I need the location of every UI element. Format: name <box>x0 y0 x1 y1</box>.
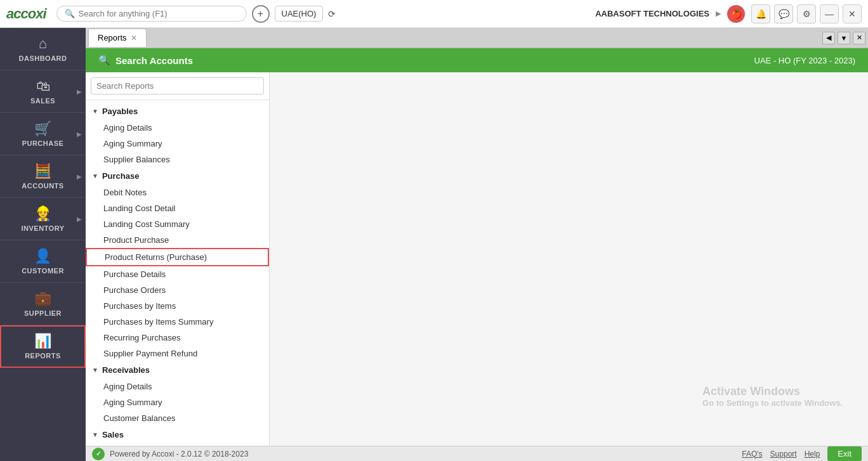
close-icon[interactable]: ✕ <box>843 4 862 23</box>
nav-panel: ▼ Payables Aging Details Aging Summary S… <box>86 72 270 446</box>
tree-item-purchase-details[interactable]: Purchase Details <box>86 266 269 282</box>
tree-item-customer-balances[interactable]: Customer Balances <box>86 410 269 426</box>
purchase-arrow: ▶ <box>77 131 82 138</box>
tree-item-aging-summary-pay[interactable]: Aging Summary <box>86 136 269 152</box>
branch-label: UAE(HO) <box>282 9 317 18</box>
tab-controls: ◀ ▼ ✕ <box>822 32 865 44</box>
customer-icon: 👤 <box>34 248 51 264</box>
notification-icon[interactable]: 🔔 <box>751 4 770 23</box>
tab-reports-label: Reports <box>98 33 127 42</box>
footer-powered-by: Powered by Accoxi - 2.0.12 © 2018-2023 <box>110 450 248 458</box>
avatar: 🍎 <box>727 5 745 23</box>
sales-arrow: ▶ <box>77 88 82 95</box>
purchase-tree-arrow: ▼ <box>92 172 98 179</box>
tab-scroll-right[interactable]: ▼ <box>838 32 850 44</box>
topbar-icons: 🔔 💬 ⚙ — ✕ <box>751 4 862 23</box>
sidebar-item-customer[interactable]: 👤 CUSTOMER <box>0 240 86 283</box>
content-area: Reports ✕ ◀ ▼ ✕ 🔍 Search Accounts UAE - … <box>86 28 868 461</box>
sidebar-item-sales[interactable]: 🛍 SALES ▶ <box>0 70 86 113</box>
purchase-icon: 🛒 <box>34 120 51 137</box>
tree-item-supplier-payment-refund[interactable]: Supplier Payment Refund <box>86 346 269 361</box>
sales-tree-label: Sales <box>102 430 124 439</box>
tree-item-aging-details-pay[interactable]: Aging Details <box>86 120 269 136</box>
tree-section-purchase[interactable]: ▼ Purchase <box>86 167 269 185</box>
tree-item-landing-cost-summary[interactable]: Landing Cost Summary <box>86 216 269 232</box>
sidebar-item-accounts[interactable]: 🧮 ACCOUNTS ▶ <box>0 155 86 198</box>
settings-icon[interactable]: ⚙ <box>797 4 816 23</box>
footer-logo: ✓ <box>92 448 105 460</box>
report-header: 🔍 Search Accounts UAE - HO (FY 2023 - 20… <box>86 48 868 72</box>
search-bar[interactable]: 🔍 <box>56 6 247 22</box>
tab-bar: Reports ✕ ◀ ▼ ✕ <box>86 28 868 48</box>
app-logo: accoxi <box>6 6 46 22</box>
search-accounts-icon: 🔍 <box>98 55 110 66</box>
tree-item-recurring-purchases[interactable]: Recurring Purchases <box>86 330 269 346</box>
sidebar-label-supplier: SUPPLIER <box>24 309 62 317</box>
sidebar-item-purchase[interactable]: 🛒 PURCHASE ▶ <box>0 113 86 155</box>
accounts-icon: 🧮 <box>34 163 51 179</box>
report-header-right: UAE - HO (FY 2023 - 2023) <box>754 56 855 65</box>
topbar-right: AABASOFT TECHNOLOGIES ▶ 🍎 🔔 💬 ⚙ — ✕ <box>595 4 862 23</box>
tree-item-supplier-balances[interactable]: Supplier Balances <box>86 152 269 167</box>
watermark-line2: Go to Settings to activate Windows. <box>702 398 843 408</box>
sidebar-item-supplier[interactable]: 💼 SUPPLIER <box>0 283 86 325</box>
tree-item-product-purchase[interactable]: Product Purchase <box>86 232 269 248</box>
topbar: accoxi 🔍 + UAE(HO) ⟳ AABASOFT TECHNOLOGI… <box>0 0 868 28</box>
sidebar-label-inventory: INVENTORY <box>21 224 64 232</box>
tree-item-purchases-by-items[interactable]: Purchases by Items <box>86 298 269 314</box>
tree-item-product-returns[interactable]: Product Returns (Purchase) <box>86 248 269 266</box>
dashboard-icon: ⌂ <box>39 36 47 52</box>
footer-help[interactable]: Help <box>805 450 820 458</box>
tree-item-debit-notes[interactable]: Debit Notes <box>86 185 269 200</box>
sidebar-label-dashboard: DASHBOARD <box>19 55 67 62</box>
nav-search-input[interactable] <box>91 77 264 94</box>
sales-tree-arrow: ▼ <box>92 431 98 438</box>
tree-item-aging-details-rec[interactable]: Aging Details <box>86 379 269 394</box>
tab-reports[interactable]: Reports ✕ <box>88 29 147 47</box>
nav-search <box>86 72 269 100</box>
tab-close-reports[interactable]: ✕ <box>131 34 137 42</box>
sidebar-label-sales: SALES <box>30 97 55 105</box>
exit-button[interactable]: Exit <box>827 446 862 461</box>
message-icon[interactable]: 💬 <box>774 4 793 23</box>
sidebar-label-purchase: PURCHASE <box>22 140 64 147</box>
footer-support[interactable]: Support <box>770 450 797 458</box>
accounts-arrow: ▶ <box>77 173 82 180</box>
tree-section-receivables[interactable]: ▼ Receivables <box>86 361 269 379</box>
sidebar-label-customer: CUSTOMER <box>22 267 64 275</box>
sidebar-item-reports[interactable]: 📊 REPORTS <box>0 325 86 368</box>
tab-scroll-left[interactable]: ◀ <box>822 32 835 44</box>
tree-item-purchase-orders[interactable]: Purchase Orders <box>86 282 269 298</box>
search-icon: 🔍 <box>65 9 75 18</box>
search-input[interactable] <box>79 9 231 18</box>
sidebar-label-accounts: ACCOUNTS <box>22 182 63 190</box>
main-layout: ⌂ DASHBOARD 🛍 SALES ▶ 🛒 PURCHASE ▶ 🧮 ACC… <box>0 28 868 461</box>
tree-item-purchases-by-items-summary[interactable]: Purchases by Items Summary <box>86 314 269 330</box>
receivables-label: Receivables <box>102 365 150 375</box>
inventory-icon: 👷 <box>34 205 51 222</box>
minimize-icon[interactable]: — <box>820 4 839 23</box>
report-panel: 🔍 Search Accounts UAE - HO (FY 2023 - 20… <box>86 48 868 446</box>
branch-selector[interactable]: UAE(HO) <box>275 6 324 22</box>
reports-icon: 📊 <box>34 333 51 349</box>
nav-tree: ▼ Payables Aging Details Aging Summary S… <box>86 100 269 446</box>
sidebar-item-inventory[interactable]: 👷 INVENTORY ▶ <box>0 198 86 240</box>
purchase-tree-label: Purchase <box>102 171 140 181</box>
report-body: ▼ Payables Aging Details Aging Summary S… <box>86 72 868 446</box>
add-button[interactable]: + <box>252 5 270 23</box>
sidebar-item-dashboard[interactable]: ⌂ DASHBOARD <box>0 28 86 70</box>
company-arrow: ▶ <box>716 10 721 18</box>
report-header-left: 🔍 Search Accounts <box>98 55 193 66</box>
main-content: Activate Windows Go to Settings to activ… <box>270 72 868 446</box>
watermark-line1: Activate Windows <box>702 385 843 398</box>
company-info: UAE - HO (FY 2023 - 2023) <box>754 56 855 65</box>
payables-label: Payables <box>102 107 138 116</box>
tree-section-payables[interactable]: ▼ Payables <box>86 103 269 120</box>
tree-section-sales[interactable]: ▼ Sales <box>86 426 269 443</box>
footer-faqs[interactable]: FAQ's <box>742 450 762 458</box>
receivables-arrow: ▼ <box>92 367 98 373</box>
tree-item-aging-summary-rec[interactable]: Aging Summary <box>86 394 269 410</box>
refresh-icon[interactable]: ⟳ <box>328 9 336 19</box>
tab-close-all[interactable]: ✕ <box>853 32 865 44</box>
tree-item-landing-cost-detail[interactable]: Landing Cost Detail <box>86 200 269 216</box>
